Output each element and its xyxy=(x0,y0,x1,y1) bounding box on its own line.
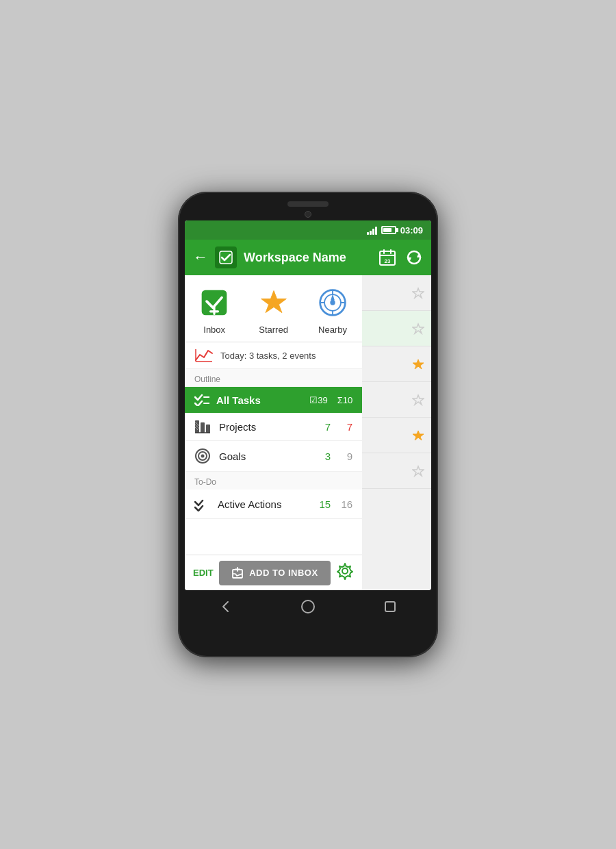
right-panel xyxy=(362,275,431,590)
star-icon-gray-2 xyxy=(412,322,424,335)
svg-marker-41 xyxy=(413,431,424,440)
active-actions-count1: 15 xyxy=(317,498,331,510)
main-panel: Inbox Starred xyxy=(185,275,362,590)
all-tasks-sigma-count: Σ10 xyxy=(337,395,353,405)
projects-count1: 7 xyxy=(317,421,331,433)
app-bar-actions: 23 xyxy=(378,248,423,267)
star-icon-gray-3 xyxy=(412,394,424,406)
star-icon-gold xyxy=(412,358,424,370)
right-list-item-3 xyxy=(362,453,431,489)
inbox-quick-item[interactable]: Inbox xyxy=(185,285,244,335)
star-icon-gray-4 xyxy=(412,465,424,477)
all-tasks-check-count: ☑39 xyxy=(309,395,327,405)
svg-marker-39 xyxy=(413,359,424,369)
svg-point-31 xyxy=(201,455,205,458)
goals-row[interactable]: Goals 3 9 xyxy=(185,441,362,472)
add-inbox-button[interactable]: ADD TO INBOX xyxy=(219,561,331,585)
all-tasks-label: All Tasks xyxy=(216,394,303,406)
starred-quick-item[interactable]: Starred xyxy=(244,285,303,335)
app-bar-title: Workspace Name xyxy=(244,251,371,265)
app-bar: ← Workspace Name 23 xyxy=(185,240,431,275)
bottom-bar: EDIT ADD TO INBOX xyxy=(185,555,362,590)
status-time: 03:09 xyxy=(400,225,423,236)
edit-button[interactable]: EDIT xyxy=(193,568,214,578)
todo-section-header: To-Do xyxy=(185,472,362,490)
right-list-item-starred1 xyxy=(362,346,431,382)
status-bar: 03:09 xyxy=(185,220,431,240)
star-icon-gold-2 xyxy=(412,429,424,442)
svg-rect-24 xyxy=(206,424,210,433)
nearby-icon xyxy=(315,285,350,320)
chart-icon xyxy=(194,348,214,363)
star-icon-gray xyxy=(412,287,424,299)
starred-icon xyxy=(256,285,292,320)
goals-count2: 9 xyxy=(339,451,352,462)
goals-icon xyxy=(194,448,211,464)
content-spacer xyxy=(185,519,362,555)
right-list-item-2 xyxy=(362,382,431,418)
quick-access: Inbox Starred xyxy=(185,275,362,342)
add-inbox-icon xyxy=(231,567,244,579)
svg-point-43 xyxy=(302,600,314,613)
svg-marker-42 xyxy=(413,466,424,476)
goals-count1: 3 xyxy=(317,451,331,462)
all-tasks-row[interactable]: All Tasks ☑39 Σ10 xyxy=(185,387,362,413)
refresh-button[interactable] xyxy=(405,249,423,266)
goals-label: Goals xyxy=(219,451,309,462)
today-bar: Today: 3 tasks, 2 events xyxy=(185,342,362,369)
outline-section-header: Outline xyxy=(185,369,362,387)
starred-label: Starred xyxy=(259,325,288,335)
svg-rect-44 xyxy=(385,602,395,611)
right-list-item-starred2 xyxy=(362,418,431,453)
phone-camera xyxy=(305,211,311,218)
svg-point-36 xyxy=(342,568,348,574)
inbox-icon xyxy=(196,285,232,320)
workspace-icon xyxy=(215,246,237,268)
all-tasks-counts: ☑39 Σ10 xyxy=(309,395,352,405)
svg-marker-38 xyxy=(413,324,424,333)
calendar-button[interactable]: 23 xyxy=(378,248,397,267)
svg-marker-40 xyxy=(413,395,424,405)
phone-speaker xyxy=(287,201,329,207)
nearby-quick-item[interactable]: Nearby xyxy=(303,285,362,335)
active-actions-row[interactable]: Active Actions 15 16 xyxy=(185,490,362,519)
nav-back-button[interactable] xyxy=(218,599,233,618)
nav-home-button[interactable] xyxy=(300,599,316,618)
right-list-item xyxy=(362,275,431,311)
projects-row[interactable]: Projects 7 7 xyxy=(185,413,362,441)
projects-label: Projects xyxy=(219,421,309,433)
signal-icon xyxy=(367,225,377,235)
settings-button[interactable] xyxy=(336,562,354,584)
svg-marker-37 xyxy=(413,288,424,298)
active-actions-icon xyxy=(194,496,209,511)
inbox-label: Inbox xyxy=(203,325,225,335)
active-actions-label: Active Actions xyxy=(218,498,309,510)
active-actions-count2: 16 xyxy=(339,498,352,510)
projects-icon xyxy=(194,420,211,433)
all-tasks-icon xyxy=(194,394,209,406)
svg-rect-23 xyxy=(201,422,205,433)
svg-text:23: 23 xyxy=(385,258,391,264)
battery-icon xyxy=(381,226,396,234)
phone-screen: 03:09 ← Workspace Name xyxy=(185,220,431,590)
right-list-item-highlighted xyxy=(362,311,431,346)
right-spacer xyxy=(362,489,431,590)
projects-count2: 7 xyxy=(339,421,352,433)
svg-marker-9 xyxy=(261,291,286,313)
nearby-label: Nearby xyxy=(318,325,347,335)
add-inbox-label: ADD TO INBOX xyxy=(249,568,318,578)
nav-bar xyxy=(185,593,431,624)
content-area: Inbox Starred xyxy=(185,275,431,590)
back-button[interactable]: ← xyxy=(193,249,208,266)
phone-shell: 03:09 ← Workspace Name xyxy=(178,192,438,657)
today-text: Today: 3 tasks, 2 events xyxy=(220,351,316,361)
nav-recents-button[interactable] xyxy=(383,599,398,618)
